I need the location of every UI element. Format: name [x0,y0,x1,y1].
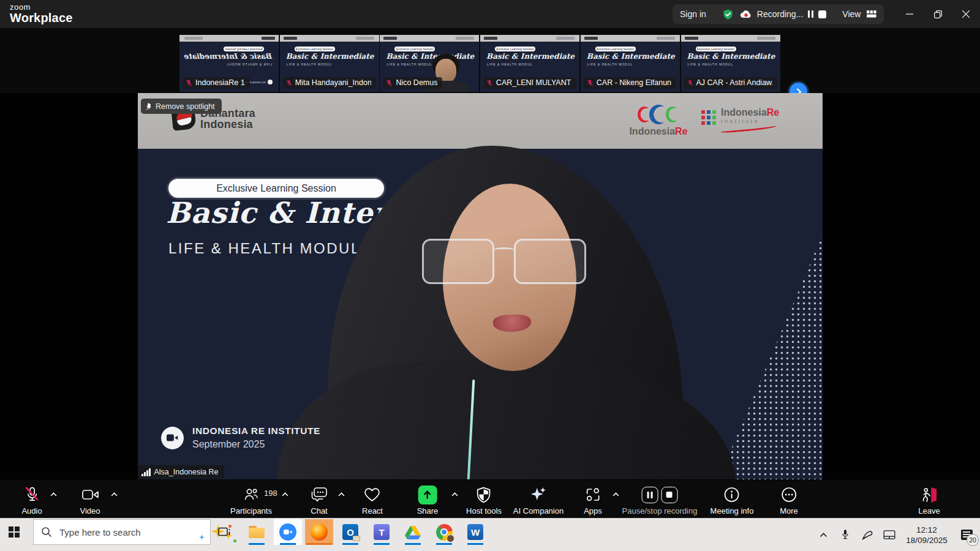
share-screen-button[interactable]: Share [417,485,439,515]
ai-companion-button[interactable]: AI Companion [513,485,564,515]
recording-controls: Pause/stop recording [622,485,698,515]
participant-tile[interactable]: Exclusive Learning Session Basic & Inter… [681,35,780,92]
teams-taskbar-icon[interactable]: T [368,519,396,545]
participant-tile[interactable]: Exclusive Learning Session Basic & Inter… [480,35,579,92]
shield-icon [477,485,492,504]
tray-touchpad-icon[interactable] [878,519,900,551]
participant-tile[interactable]: Exclusive Learning Session Basic & Inter… [179,35,279,92]
participants-button[interactable]: 198 Participants [230,485,272,515]
audio-button[interactable]: Audio [21,485,42,515]
muted-mic-icon [386,79,393,87]
sign-in-button[interactable]: Sign in [680,9,706,19]
muted-mic-icon [486,79,493,87]
windows-taskbar: Type here to search O [0,518,980,551]
view-button[interactable]: View [842,9,861,19]
leave-button[interactable]: Leave [918,485,940,515]
pause-recording-icon[interactable] [808,10,813,18]
taskbar-clock[interactable]: 12:12 18/09/2025 [900,525,953,545]
participant-name-chip: Mita Handayani_Indon... [283,77,376,89]
participant-name-chip: IndonesiaRe 1 [183,77,250,89]
audio-options-caret[interactable] [50,492,57,497]
restore-button[interactable] [924,0,952,28]
google-drive-taskbar-icon[interactable] [399,519,427,545]
slide-footer-brand: INDONESIA RE INSTITUTE September 2025 [161,425,320,450]
titlebar-controls-pill: Sign in Recording... View [673,4,884,24]
chevron-up-icon [820,533,827,538]
muted-mic-icon [24,485,40,504]
chrome-profile-avatar [447,534,454,542]
participants-icon: 198 [243,485,259,504]
apps-options-caret[interactable] [612,492,619,497]
tray-show-hidden-icons[interactable] [812,519,834,551]
remove-spotlight-button[interactable]: Remove spotlight [141,99,222,114]
task-view-icon [218,527,232,538]
leave-door-icon [921,485,938,504]
close-button[interactable] [952,0,980,28]
active-speaker-name-label: Alsa_Indonesia Re [138,465,224,479]
tray-microphone-icon[interactable] [834,519,856,551]
video-camera-icon [81,485,99,504]
start-button[interactable] [9,527,19,537]
chat-bubble-icon [311,485,328,504]
meeting-info-button[interactable]: Meeting info [710,485,754,515]
chat-button[interactable]: Chat [311,485,328,515]
more-button[interactable]: More [780,485,798,515]
search-placeholder: Type here to search [59,527,141,538]
zoom-taskbar-icon[interactable] [274,519,302,545]
speaker-person [138,93,823,479]
recording-status-text: Recording... [757,9,803,19]
window-controls [895,0,980,28]
participant-name-chip: CAR - Nikeng Elfanun [584,77,676,89]
chrome-taskbar-icon[interactable] [430,519,458,545]
muted-mic-icon [587,79,594,87]
shield-check-icon [722,9,734,20]
heart-icon [364,485,381,504]
meeting-toolbar: Audio Video 198 Participants [0,480,980,518]
participant-name-chip: CAR_LENI MULYANTI [483,77,576,89]
system-tray: 12:12 18/09/2025 20 [812,519,980,551]
host-tools-button[interactable]: Host tools [466,485,502,515]
clock-date: 18/09/2025 [900,535,953,545]
apps-icon [585,485,601,504]
taskbar-search-input[interactable]: Type here to search [33,519,211,545]
cloud-recording-icon [740,10,752,19]
ai-sparkle-icon [530,485,547,504]
video-button[interactable]: Video [80,485,100,515]
stop-recording-button[interactable] [661,487,677,503]
participants-options-caret[interactable] [282,492,288,497]
ellipsis-icon [781,485,797,504]
info-icon [724,485,740,504]
minimize-button[interactable] [895,0,924,28]
notification-count-badge: 20 [967,534,979,546]
outlook-taskbar-icon[interactable]: O [336,519,364,545]
participant-name-chip: AJ CAR - Astri Andiawati [684,77,777,89]
action-center-button[interactable]: 20 [953,519,980,551]
firefox-taskbar-icon[interactable] [305,519,333,545]
task-view-button[interactable] [211,519,239,545]
participant-tile[interactable]: Exclusive Learning Session Basic & Inter… [280,35,379,92]
tray-pen-icon[interactable] [856,519,878,551]
share-options-caret[interactable] [451,492,458,497]
participant-tile[interactable]: Exclusive Learning Session Basic & Inter… [581,35,680,92]
muted-mic-icon [687,79,693,87]
chat-options-caret[interactable] [338,492,345,497]
share-screen-icon [418,485,437,504]
stop-recording-icon[interactable] [818,10,826,18]
main-video-stage: Danantara Indonesia IndonesiaRe Indo [0,93,980,480]
recording-indicator: Recording... [740,9,826,19]
file-explorer-taskbar-icon[interactable] [243,519,271,545]
participants-count: 198 [264,489,277,498]
pause-recording-button[interactable] [641,487,658,503]
participant-tile[interactable]: Exclusive Learning Session Basic & Inter… [380,35,479,92]
speaker-glasses [422,239,587,288]
logo-text-workplace: Workplace [10,12,73,24]
camcorder-icon [161,427,184,449]
view-grid-icon[interactable] [867,10,876,18]
apps-button[interactable]: Apps [584,485,602,515]
connection-signal-icon [141,468,151,476]
video-options-caret[interactable] [111,492,118,497]
word-taskbar-icon[interactable]: W [461,519,489,545]
spotlight-video: Danantara Indonesia IndonesiaRe Indo [138,93,823,479]
react-button[interactable]: React [362,485,383,515]
zoom-workplace-window: zoom Workplace Sign in Recording... View [0,0,980,551]
